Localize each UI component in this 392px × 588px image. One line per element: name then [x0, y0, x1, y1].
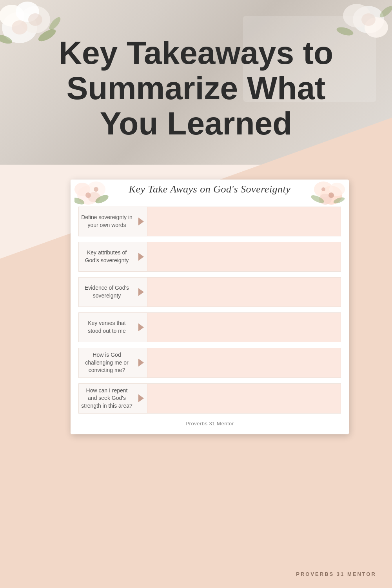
row-challenging-arrow [135, 348, 147, 378]
card-header: Key Take Aways on God's Sovereignty [71, 180, 349, 201]
arrow-icon [138, 253, 144, 261]
row-attributes-arrow [135, 242, 147, 272]
row-challenging-label: How is God challenging me or convicting … [78, 348, 135, 378]
row-challenging-content[interactable] [147, 348, 341, 378]
arrow-icon [138, 288, 144, 296]
row-challenging: How is God challenging me or convicting … [78, 348, 341, 378]
svg-point-4 [12, 20, 27, 34]
arrow-icon [138, 218, 144, 225]
svg-point-29 [328, 192, 334, 198]
row-repent-content[interactable] [147, 383, 341, 414]
arrow-icon [138, 359, 144, 367]
row-repent-arrow [135, 383, 147, 414]
row-evidence-arrow [135, 277, 147, 307]
row-attributes-label: Key attributes of God's sovereignty [78, 242, 135, 272]
arrow-icon [138, 394, 144, 402]
row-define-label: Define sovereignty in your own words [78, 207, 135, 236]
card-footer-text: Proverbs 31 Mentor [185, 421, 234, 426]
row-attributes-content[interactable] [147, 242, 341, 272]
row-attributes: Key attributes of God's sovereignty [78, 242, 341, 272]
svg-point-30 [321, 187, 325, 191]
page-title: Key Takeaways to Summarize What You Lear… [0, 35, 392, 142]
row-repent-label: How can I repent and seek God's strength… [78, 383, 135, 414]
svg-point-21 [85, 192, 91, 198]
card-footer: Proverbs 31 Mentor [71, 421, 349, 426]
svg-point-12 [361, 13, 376, 26]
row-evidence-label: Evidence of God's sovereignty [78, 277, 135, 307]
row-define-arrow [135, 207, 147, 236]
row-evidence: Evidence of God's sovereignty [78, 277, 341, 307]
card-floral-left [74, 178, 114, 209]
svg-point-5 [28, 13, 42, 26]
row-verses-label: Key verses that stood out to me [78, 312, 135, 342]
bottom-brand: PROVERBS 31 MENTOR [296, 571, 376, 577]
card-title: Key Take Aways on God's Sovereignty [129, 183, 291, 195]
row-verses: Key verses that stood out to me [78, 312, 341, 342]
worksheet-card: Key Take Aways on God's Sovereignty Defi… [71, 180, 349, 434]
row-evidence-content[interactable] [147, 277, 341, 307]
row-define: Define sovereignty in your own words [78, 207, 341, 236]
svg-point-22 [94, 187, 98, 192]
row-repent: How can I repent and seek God's strength… [78, 383, 341, 414]
arrow-icon [138, 323, 144, 331]
card-floral-right [310, 178, 345, 209]
row-define-content[interactable] [147, 207, 341, 236]
row-verses-arrow [135, 312, 147, 342]
row-verses-content[interactable] [147, 312, 341, 342]
title-area: Key Takeaways to Summarize What You Lear… [0, 35, 392, 142]
